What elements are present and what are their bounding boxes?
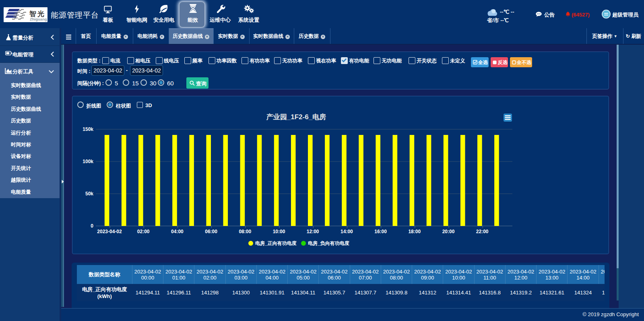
svg-text:产业园_1F2-6_电房: 产业园_1F2-6_电房 [266,113,326,121]
svg-text:04:00: 04:00 [171,229,184,234]
svg-text:20:00: 20:00 [442,229,455,234]
svg-text:150k: 150k [83,126,93,132]
svg-text:0: 0 [91,223,93,229]
svg-text:18:00: 18:00 [408,229,421,234]
svg-text:100k: 100k [83,159,93,164]
svg-text:22:00: 22:00 [476,229,489,234]
svg-text:16:00: 16:00 [374,229,387,234]
svg-text:08:00: 08:00 [239,229,251,234]
svg-text:02:00: 02:00 [137,229,150,234]
svg-text:06:00: 06:00 [205,229,217,234]
svg-text:14:00: 14:00 [341,229,353,234]
svg-text:电房_正向有功电度: 电房_正向有功电度 [255,240,297,246]
svg-text:50k: 50k [85,191,93,197]
svg-text:2023-04-02: 2023-04-02 [97,229,122,234]
svg-text:12:00: 12:00 [307,229,319,234]
svg-text:Zhiguang: Zhiguang [30,17,47,21]
svg-text:智光: 智光 [29,10,45,18]
svg-text:10:00: 10:00 [273,229,285,234]
svg-text:电房_负向有功电度: 电房_负向有功电度 [308,240,349,246]
